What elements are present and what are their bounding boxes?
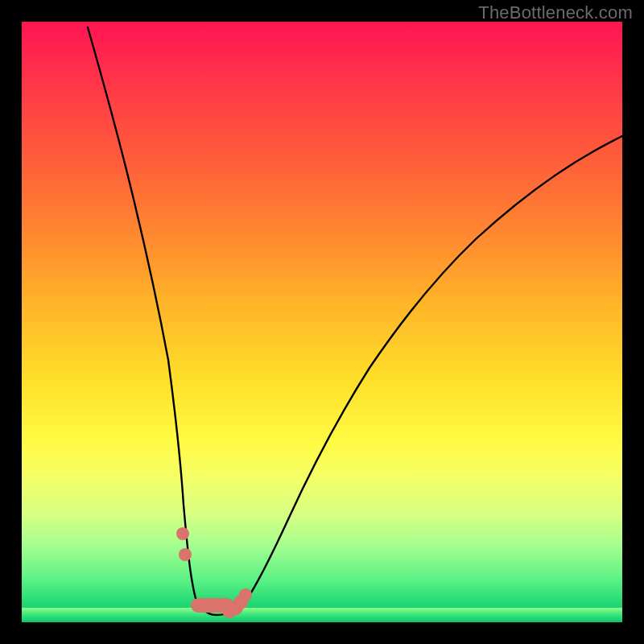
curve-layer [22,22,622,622]
watermark-text: TheBottleneck.com [478,2,633,23]
bottleneck-curve [88,27,622,615]
marker-dot [176,527,189,540]
marker-dot [179,548,192,561]
chart-stage: TheBottleneck.com [0,0,644,644]
marker-dot [239,588,252,601]
